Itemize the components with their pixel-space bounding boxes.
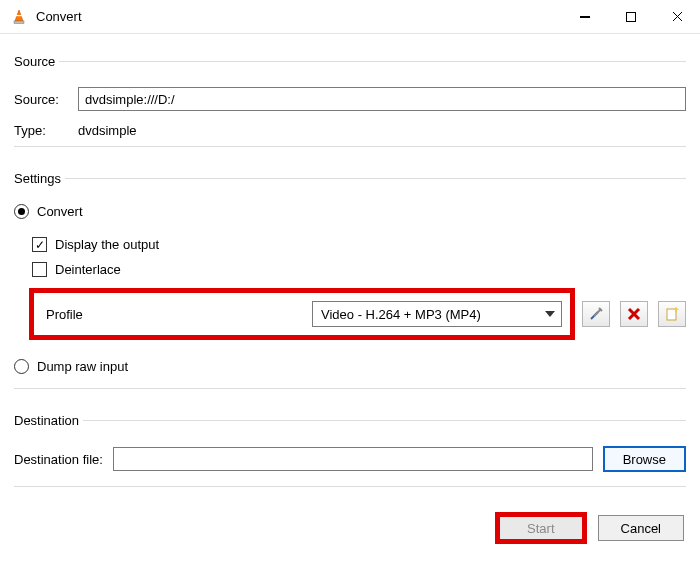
- settings-legend: Settings: [14, 171, 65, 186]
- convert-radio-label: Convert: [37, 204, 83, 219]
- profile-select-value: Video - H.264 + MP3 (MP4): [321, 307, 481, 322]
- delete-x-icon: [627, 307, 641, 321]
- deinterlace-checkbox[interactable]: [32, 262, 47, 277]
- destination-label: Destination file:: [14, 452, 103, 467]
- cancel-button[interactable]: Cancel: [598, 515, 684, 541]
- svg-rect-4: [627, 12, 636, 21]
- delete-profile-button[interactable]: [620, 301, 648, 327]
- type-label: Type:: [14, 123, 70, 138]
- source-input[interactable]: [78, 87, 686, 111]
- profile-label: Profile: [46, 307, 83, 322]
- destination-input[interactable]: [113, 447, 593, 471]
- browse-button[interactable]: Browse: [603, 446, 686, 472]
- destination-legend: Destination: [14, 413, 83, 428]
- maximize-button[interactable]: [608, 0, 654, 33]
- display-output-checkbox[interactable]: [32, 237, 47, 252]
- source-group: Source Source: Type: dvdsimple: [14, 54, 686, 161]
- source-label: Source:: [14, 92, 70, 107]
- new-file-icon: [664, 306, 680, 322]
- dump-raw-label: Dump raw input: [37, 359, 128, 374]
- wrench-icon: [588, 306, 604, 322]
- titlebar: Convert: [0, 0, 700, 34]
- start-button[interactable]: Start: [498, 515, 583, 541]
- new-profile-button[interactable]: [658, 301, 686, 327]
- convert-radio[interactable]: [14, 204, 29, 219]
- app-icon: [10, 8, 28, 26]
- minimize-button[interactable]: [562, 0, 608, 33]
- svg-rect-1: [16, 15, 22, 16]
- edit-profile-button[interactable]: [582, 301, 610, 327]
- destination-group: Destination Destination file: Browse: [14, 413, 686, 501]
- window-title: Convert: [36, 9, 562, 24]
- dump-raw-radio[interactable]: [14, 359, 29, 374]
- window-controls: [562, 0, 700, 33]
- svg-rect-12: [667, 309, 676, 320]
- settings-group: Settings Convert Display the output Dein…: [14, 171, 686, 403]
- svg-rect-2: [14, 21, 24, 24]
- profile-highlight: Profile Video - H.264 + MP3 (MP4): [32, 291, 572, 337]
- profile-select[interactable]: Video - H.264 + MP3 (MP4): [312, 301, 562, 327]
- source-legend: Source: [14, 54, 59, 69]
- dialog-buttons: Start Cancel: [14, 515, 686, 541]
- type-value: dvdsimple: [78, 123, 137, 138]
- chevron-down-icon: [545, 311, 555, 317]
- close-button[interactable]: [654, 0, 700, 33]
- display-output-label: Display the output: [55, 237, 159, 252]
- deinterlace-label: Deinterlace: [55, 262, 121, 277]
